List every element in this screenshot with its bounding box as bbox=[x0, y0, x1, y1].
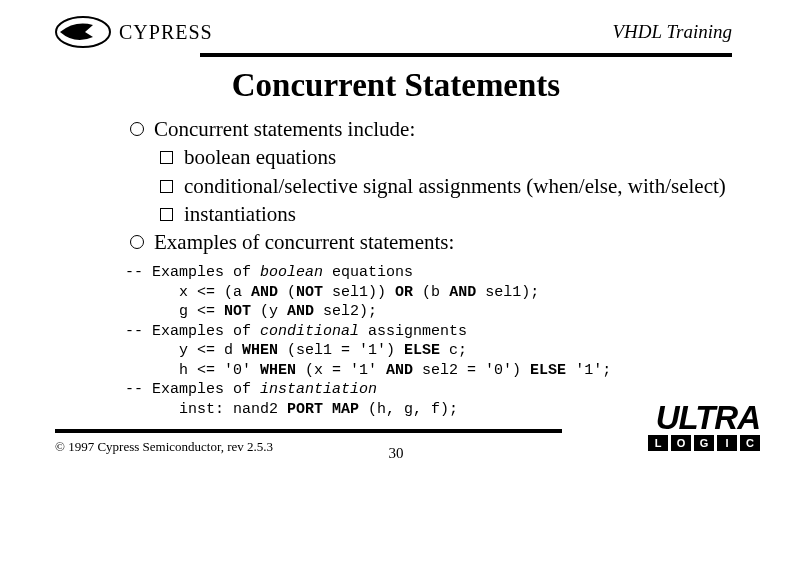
slide-title: Concurrent Statements bbox=[0, 67, 792, 104]
bullet-text: instantiations bbox=[184, 201, 296, 227]
bullet-level2: conditional/selective signal assignments… bbox=[160, 173, 732, 199]
bullet-text: conditional/selective signal assignments… bbox=[184, 173, 726, 199]
cypress-mark-icon bbox=[55, 15, 113, 49]
brand-name: CYPRESS bbox=[119, 21, 213, 44]
slide-footer: © 1997 Cypress Semiconductor, rev 2.5.3 … bbox=[0, 433, 792, 455]
logic-letter: O bbox=[671, 435, 691, 451]
circle-bullet-icon bbox=[130, 235, 144, 249]
bullet-level2: instantiations bbox=[160, 201, 732, 227]
logic-letter: I bbox=[717, 435, 737, 451]
slide-header: CYPRESS VHDL Training bbox=[0, 0, 792, 49]
header-subtitle: VHDL Training bbox=[613, 21, 733, 43]
logic-letter: L bbox=[648, 435, 668, 451]
square-bullet-icon bbox=[160, 151, 173, 164]
bullet-level1: Examples of concurrent statements: bbox=[130, 229, 732, 255]
header-divider bbox=[200, 53, 732, 57]
ultra-wordmark: ULTRA bbox=[648, 403, 760, 433]
bullet-level1: Concurrent statements include: bbox=[130, 116, 732, 142]
square-bullet-icon bbox=[160, 208, 173, 221]
bullet-text: boolean equations bbox=[184, 144, 336, 170]
bullet-text: Examples of concurrent statements: bbox=[154, 229, 454, 255]
copyright-text: © 1997 Cypress Semiconductor, rev 2.5.3 bbox=[55, 439, 273, 455]
slide-body: Concurrent statements include: boolean e… bbox=[0, 116, 792, 419]
brand-logo: CYPRESS bbox=[55, 15, 213, 49]
code-example: -- Examples of boolean equations x <= (a… bbox=[125, 263, 732, 419]
logic-boxes: L O G I C bbox=[648, 435, 760, 451]
page-number: 30 bbox=[389, 445, 404, 462]
circle-bullet-icon bbox=[130, 122, 144, 136]
logic-letter: G bbox=[694, 435, 714, 451]
ultra-logo: ULTRA L O G I C bbox=[648, 403, 760, 451]
square-bullet-icon bbox=[160, 180, 173, 193]
bullet-level2: boolean equations bbox=[160, 144, 732, 170]
bullet-text: Concurrent statements include: bbox=[154, 116, 415, 142]
logic-letter: C bbox=[740, 435, 760, 451]
